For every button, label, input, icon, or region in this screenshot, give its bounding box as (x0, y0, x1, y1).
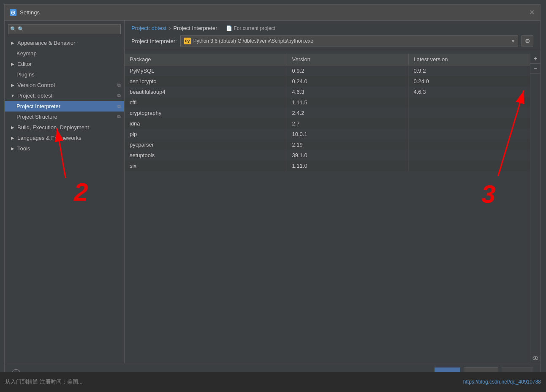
table-row[interactable]: six1.11.0 (125, 161, 530, 171)
table-row[interactable]: cryptography2.4.2 (125, 108, 530, 118)
table-row[interactable]: PyMySQL0.9.20.9.2 (125, 65, 530, 76)
cell-package: six (125, 161, 287, 171)
cell-version: 10.0.1 (287, 129, 408, 139)
breadcrumb-separator: › (169, 25, 171, 31)
table-row[interactable]: asn1crypto0.24.00.24.0 (125, 76, 530, 87)
package-table: Package Version Latest version PyMySQL0.… (125, 54, 530, 171)
watermark-url: https://blog.csdn.net/qq_40910788 (463, 379, 541, 385)
cell-package: beautifulsoup4 (125, 87, 287, 97)
dropdown-arrow-icon: ▼ (511, 39, 515, 44)
cell-version: 0.24.0 (287, 76, 408, 87)
svg-point-2 (13, 12, 14, 13)
python-icon: Py (184, 38, 191, 44)
sidebar-item-tools[interactable]: ▶ Tools (5, 143, 124, 154)
cell-package: cryptography (125, 108, 287, 118)
breadcrumb-for-project: 📄 For current project (226, 25, 275, 31)
sidebar-item-label: Version Control (17, 82, 55, 88)
table-row[interactable]: beautifulsoup44.6.34.6.3 (125, 87, 530, 97)
table-scroll[interactable]: Package Version Latest version PyMySQL0.… (125, 54, 530, 363)
watermark-bar: 从入门到精通 注册时间：美国... https://blog.csdn.net/… (0, 372, 546, 392)
title-bar: Settings ✕ (5, 5, 540, 21)
sidebar-item-project-structure[interactable]: Project Structure ⧉ (5, 112, 124, 122)
cell-version: 4.6.3 (287, 87, 408, 97)
cell-latest_version (408, 118, 530, 129)
col-header-latest-version: Latest version (408, 54, 530, 65)
sidebar-item-project-dbtest[interactable]: ▼ Project: dbtest ⧉ (5, 90, 124, 101)
search-input[interactable] (8, 24, 121, 34)
copy-icon: ⧉ (117, 93, 121, 98)
sidebar-item-version-control[interactable]: ▶ Version Control ⧉ (5, 80, 124, 90)
cell-version: 0.9.2 (287, 65, 408, 76)
table-row[interactable]: pip10.0.1 (125, 129, 530, 139)
sidebar-item-languages-frameworks[interactable]: ▶ Languages & Frameworks (5, 133, 124, 143)
sidebar: 🔍 ▶ Appearance & Behavior Keymap ▶ Edito… (5, 21, 125, 363)
table-row[interactable]: setuptools39.1.0 (125, 150, 530, 161)
copy-icon: ⧉ (117, 103, 121, 109)
breadcrumb-parent[interactable]: Project: dbtest (131, 25, 166, 31)
cell-version: 2.4.2 (287, 108, 408, 118)
table-side-buttons: + − (530, 54, 540, 363)
dialog-icon (10, 9, 16, 16)
copy-icon: ⧉ (117, 114, 121, 120)
interpreter-label: Project Interpreter: (131, 38, 177, 44)
sidebar-item-project-interpreter[interactable]: Project Interpreter ⧉ (5, 101, 124, 112)
cell-latest_version (408, 108, 530, 118)
interpreter-gear-button[interactable]: ⚙ (522, 35, 533, 46)
cell-version: 2.19 (287, 139, 408, 150)
cell-version: 1.11.5 (287, 97, 408, 108)
expand-arrow-icon: ▶ (10, 146, 16, 152)
expand-arrow-icon: ▶ (10, 125, 16, 131)
settings-dialog: Settings ✕ 🔍 ▶ Appearance & Behavior Key… (4, 4, 541, 384)
dialog-body: 🔍 ▶ Appearance & Behavior Keymap ▶ Edito… (5, 21, 540, 363)
close-button[interactable]: ✕ (528, 9, 535, 16)
content-panel: Project: dbtest › Project Interpreter 📄 … (125, 21, 540, 363)
watermark-text: 从入门到精通 注册时间：美国... (5, 378, 82, 386)
cell-package: cffi (125, 97, 287, 108)
sidebar-item-appearance-behavior[interactable]: ▶ Appearance & Behavior (5, 38, 124, 48)
cell-latest_version: 0.24.0 (408, 76, 530, 87)
sidebar-item-label: Build, Execution, Deployment (17, 124, 89, 131)
cell-version: 1.11.0 (287, 161, 408, 171)
table-row[interactable]: cffi1.11.5 (125, 97, 530, 108)
interpreter-selector[interactable]: Py Python 3.6 (dbtest) G:\dbtest\venv\Sc… (180, 35, 518, 46)
sidebar-item-label: Editor (17, 61, 32, 67)
sidebar-item-label: Languages & Frameworks (17, 135, 81, 141)
copy-icon: ⧉ (117, 82, 121, 88)
table-row[interactable]: pycparser2.19 (125, 139, 530, 150)
table-wrapper: Package Version Latest version PyMySQL0.… (125, 54, 540, 363)
cell-latest_version (408, 161, 530, 171)
add-package-button[interactable]: + (530, 54, 540, 64)
cell-package: pip (125, 129, 287, 139)
cell-latest_version: 4.6.3 (408, 87, 530, 97)
svg-point-4 (535, 357, 536, 359)
cell-package: setuptools (125, 150, 287, 161)
breadcrumb-current: Project Interpreter (173, 25, 217, 31)
cell-version: 2.7 (287, 118, 408, 129)
show-early-versions-button[interactable] (530, 353, 540, 363)
cell-latest_version (408, 139, 530, 150)
sidebar-item-editor[interactable]: ▶ Editor (5, 59, 124, 69)
sidebar-item-keymap[interactable]: Keymap (5, 48, 124, 59)
sidebar-item-plugins[interactable]: Plugins (5, 69, 124, 80)
cell-version: 39.1.0 (287, 150, 408, 161)
sidebar-item-label: Project Structure (16, 114, 57, 120)
remove-package-button[interactable]: − (530, 64, 540, 74)
interpreter-value: Python 3.6 (dbtest) G:\dbtest\venv\Scrip… (193, 38, 313, 44)
sidebar-item-label: Project Interpreter (16, 103, 60, 109)
content-header: Project: dbtest › Project Interpreter 📄 … (125, 21, 540, 50)
sidebar-item-label: Project: dbtest (17, 93, 52, 99)
search-box[interactable]: 🔍 (8, 24, 121, 34)
col-header-package: Package (125, 54, 287, 65)
expand-arrow-icon: ▼ (10, 93, 16, 99)
table-row[interactable]: idna2.7 (125, 118, 530, 129)
sidebar-item-label: Keymap (16, 50, 37, 57)
expand-arrow-icon: ▶ (10, 82, 16, 88)
cell-latest_version (408, 97, 530, 108)
cell-latest_version (408, 150, 530, 161)
sidebar-item-label: Plugins (16, 71, 35, 78)
sidebar-item-build-execution[interactable]: ▶ Build, Execution, Deployment (5, 122, 124, 133)
expand-arrow-icon: ▶ (10, 61, 16, 67)
search-icon: 🔍 (10, 26, 16, 32)
col-header-version: Version (287, 54, 408, 65)
cell-latest_version (408, 129, 530, 139)
